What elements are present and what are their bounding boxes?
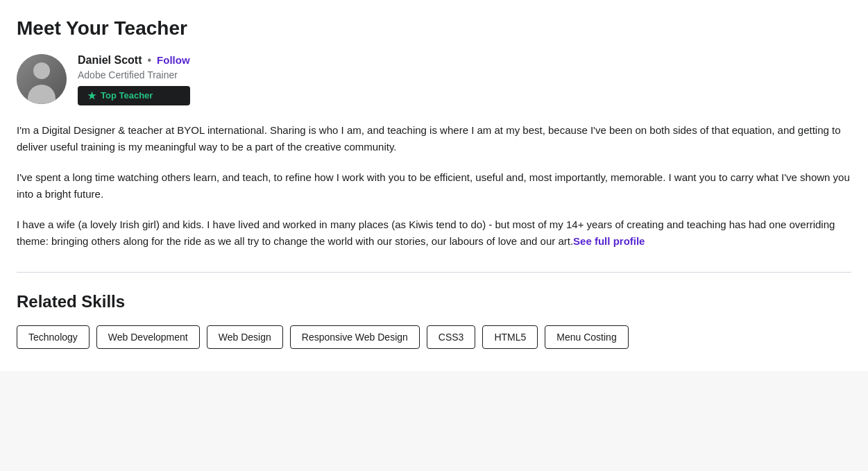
teacher-role: Adobe Certified Trainer bbox=[78, 69, 190, 80]
bio-paragraph-3: I have a wife (a lovely Irish girl) and … bbox=[17, 216, 851, 250]
follow-button[interactable]: Follow bbox=[157, 54, 190, 66]
teacher-name: Daniel Scott bbox=[78, 54, 142, 67]
skill-tag[interactable]: HTML5 bbox=[482, 325, 538, 349]
dot-separator: • bbox=[147, 54, 151, 67]
bio-section: I'm a Digital Designer & teacher at BYOL… bbox=[17, 122, 851, 250]
skill-tag[interactable]: Technology bbox=[17, 325, 90, 349]
bio-paragraph-1: I'm a Digital Designer & teacher at BYOL… bbox=[17, 122, 851, 155]
skills-list: TechnologyWeb DevelopmentWeb DesignRespo… bbox=[17, 325, 851, 349]
section-divider bbox=[17, 272, 851, 273]
badge-label: Top Teacher bbox=[101, 90, 153, 101]
avatar-image bbox=[17, 54, 67, 104]
meet-teacher-section: Meet Your Teacher Daniel Scott • Follow … bbox=[17, 17, 851, 250]
section-title: Meet Your Teacher bbox=[17, 17, 851, 40]
teacher-details: Daniel Scott • Follow Adobe Certified Tr… bbox=[78, 54, 190, 105]
skill-tag[interactable]: Web Development bbox=[96, 325, 200, 349]
teacher-info: Daniel Scott • Follow Adobe Certified Tr… bbox=[17, 54, 851, 105]
skill-tag[interactable]: Responsive Web Design bbox=[290, 325, 420, 349]
page-container: Meet Your Teacher Daniel Scott • Follow … bbox=[0, 0, 868, 371]
bio-paragraph-2: I've spent a long time watching others l… bbox=[17, 169, 851, 203]
skill-tag[interactable]: Web Design bbox=[207, 325, 283, 349]
bio-paragraph-3-text: I have a wife (a lovely Irish girl) and … bbox=[17, 219, 835, 247]
skill-tag[interactable]: Menu Costing bbox=[545, 325, 628, 349]
related-skills-section: Related Skills TechnologyWeb Development… bbox=[17, 292, 851, 349]
star-icon: ★ bbox=[87, 90, 96, 101]
related-skills-title: Related Skills bbox=[17, 292, 851, 311]
top-teacher-badge: ★ Top Teacher bbox=[78, 86, 190, 105]
skill-tag[interactable]: CSS3 bbox=[427, 325, 476, 349]
avatar bbox=[17, 54, 67, 104]
teacher-name-row: Daniel Scott • Follow bbox=[78, 54, 190, 67]
see-full-profile-link[interactable]: See full profile bbox=[573, 235, 645, 247]
